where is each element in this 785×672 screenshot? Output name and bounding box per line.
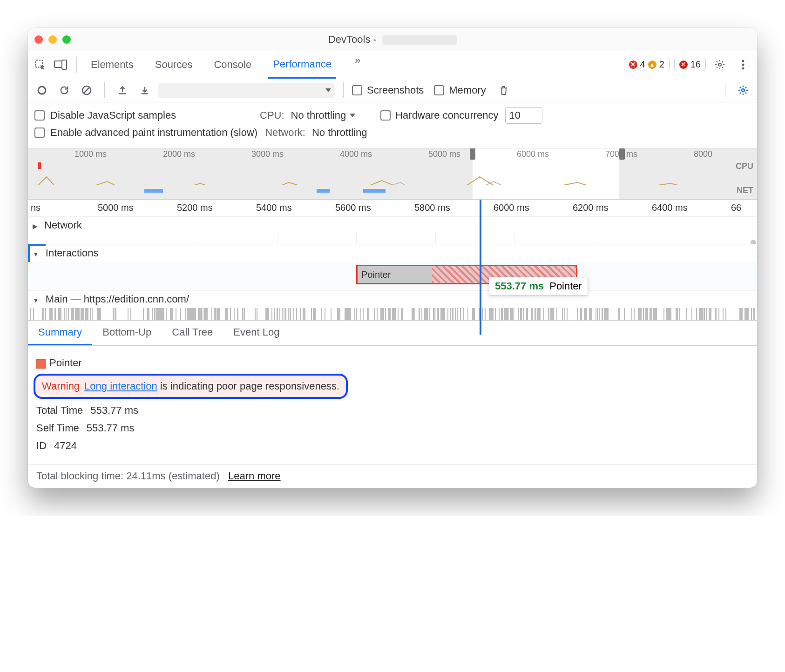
overview-net-segment <box>144 189 163 193</box>
ruler-tick: 5000 ms <box>98 202 134 213</box>
footer-bar: Total blocking time: 24.11ms (estimated)… <box>28 464 757 488</box>
ruler-tick: 6400 ms <box>652 202 688 213</box>
warning-count: 2 <box>659 59 664 70</box>
dropdown-arrow-icon <box>350 114 355 117</box>
ruler-tick: 6200 ms <box>573 202 609 213</box>
interaction-label: Pointer <box>358 269 391 280</box>
self-time-key: Self Time <box>36 422 79 434</box>
collapse-arrow-icon[interactable] <box>33 293 42 305</box>
memory-label: Memory <box>449 84 486 96</box>
dropdown-arrow-icon <box>325 88 331 92</box>
fullscreen-window-button[interactable] <box>62 35 71 44</box>
ruler-tick: 5200 ms <box>177 202 213 213</box>
overview-tick: 6000 ms <box>517 149 549 159</box>
redacted-url <box>382 35 457 45</box>
total-time-key: Total Time <box>36 404 83 417</box>
overview-handle-left[interactable] <box>470 148 475 160</box>
overview-net-label: NET <box>737 186 753 195</box>
collapse-arrow-icon[interactable] <box>33 247 42 259</box>
network-track[interactable]: Network <box>28 216 757 244</box>
hw-concurrency-input[interactable]: 10 <box>505 107 542 124</box>
svg-point-7 <box>38 87 46 94</box>
details-tab-bottomup[interactable]: Bottom-Up <box>92 321 162 345</box>
svg-point-5 <box>742 63 744 66</box>
network-value[interactable]: No throttling <box>312 127 367 139</box>
issues-counter[interactable]: ✕ 16 <box>674 58 706 71</box>
warning-icon: ▲ <box>648 60 656 69</box>
device-toolbar-icon[interactable] <box>51 55 70 74</box>
divider <box>76 57 77 73</box>
issues-icon: ✕ <box>679 60 688 69</box>
timeline-cursor[interactable] <box>480 200 481 335</box>
ruler-tick: 5400 ms <box>256 202 292 213</box>
details-tab-eventlog[interactable]: Event Log <box>223 321 290 345</box>
devtools-window: DevTools - Elements Sources Console Perf… <box>28 28 757 488</box>
detail-ruler[interactable]: ns 5000 ms 5200 ms 5400 ms 5600 ms 5800 … <box>28 200 757 216</box>
cpu-throttle-select[interactable]: No throttling <box>291 109 356 121</box>
network-track-label: Network <box>44 219 82 231</box>
kebab-menu-icon[interactable] <box>734 55 752 74</box>
error-warning-counter[interactable]: ✕ 4 ▲ 2 <box>624 58 670 71</box>
overview-cpu-label: CPU <box>736 161 753 171</box>
download-profile-icon[interactable] <box>135 81 154 100</box>
settings-gear-icon[interactable] <box>711 55 729 74</box>
window-title: DevTools - <box>328 34 457 46</box>
garbage-collect-icon[interactable] <box>494 81 513 100</box>
cpu-value: No throttling <box>291 109 346 121</box>
window-controls <box>34 35 71 44</box>
svg-point-10 <box>742 89 744 92</box>
disable-js-checkbox[interactable] <box>34 110 45 121</box>
record-icon[interactable] <box>33 81 51 100</box>
error-count: 4 <box>640 59 645 70</box>
overview-handle-right[interactable] <box>619 148 625 160</box>
checkbox[interactable] <box>352 85 362 95</box>
clear-icon[interactable] <box>77 81 96 100</box>
legend-swatch <box>36 359 46 369</box>
expand-arrow-icon[interactable] <box>33 219 41 231</box>
window-title-text: DevTools - <box>328 34 377 45</box>
warning-text-tail: is indicating poor page responsiveness. <box>157 380 339 392</box>
summary-title: Pointer <box>49 357 82 369</box>
checkbox[interactable] <box>380 110 391 121</box>
id-value: 4724 <box>54 440 77 452</box>
overview-cpu-spark <box>28 172 708 185</box>
svg-point-6 <box>742 67 744 69</box>
close-window-button[interactable] <box>34 35 43 44</box>
tab-console[interactable]: Console <box>209 51 256 78</box>
upload-profile-icon[interactable] <box>113 81 132 100</box>
capture-settings-gear-icon[interactable] <box>734 81 752 100</box>
adv-paint-checkbox[interactable] <box>34 128 45 138</box>
titlebar: DevTools - <box>28 28 757 51</box>
screenshots-toggle[interactable]: Screenshots <box>352 84 424 96</box>
main-track[interactable]: Main — https://edition.cnn.com/ <box>28 290 757 321</box>
details-tab-summary[interactable]: Summary <box>28 321 92 345</box>
reload-record-icon[interactable] <box>55 81 74 100</box>
tab-sources[interactable]: Sources <box>150 51 197 78</box>
ruler-tick: 66 <box>731 202 741 213</box>
tbt-text: Total blocking time: 24.11ms (estimated) <box>36 470 220 482</box>
interaction-tooltip: 553.77 ms Pointer <box>489 277 588 296</box>
overview-marker <box>38 162 41 169</box>
divider <box>343 82 344 98</box>
tab-elements[interactable]: Elements <box>86 51 138 78</box>
svg-line-9 <box>84 87 89 93</box>
long-interaction-link[interactable]: Long interaction <box>84 380 157 392</box>
checkbox[interactable] <box>434 85 444 95</box>
issues-count: 16 <box>690 59 701 70</box>
tab-performance[interactable]: Performance <box>268 52 336 79</box>
inspect-element-icon[interactable] <box>31 55 49 74</box>
devtools-tabbar: Elements Sources Console Performance » ✕… <box>28 51 757 78</box>
memory-toggle[interactable]: Memory <box>434 84 486 96</box>
more-tabs-chevrons-icon[interactable]: » <box>348 51 367 70</box>
ruler-tick: 5600 ms <box>335 202 371 213</box>
profile-selector[interactable] <box>158 83 335 98</box>
learn-more-link[interactable]: Learn more <box>228 470 281 482</box>
hw-concurrency-toggle[interactable]: Hardware concurrency <box>380 109 498 121</box>
timeline-overview[interactable]: 1000 ms 2000 ms 3000 ms 4000 ms 5000 ms … <box>28 148 757 200</box>
details-tab-calltree[interactable]: Call Tree <box>162 321 223 345</box>
total-time-value: 553.77 ms <box>90 404 138 417</box>
main-tasks-strip <box>28 308 757 320</box>
minimize-window-button[interactable] <box>48 35 57 44</box>
interactions-track[interactable]: Interactions Pointer <box>28 244 757 290</box>
overview-net-segment <box>363 189 386 193</box>
